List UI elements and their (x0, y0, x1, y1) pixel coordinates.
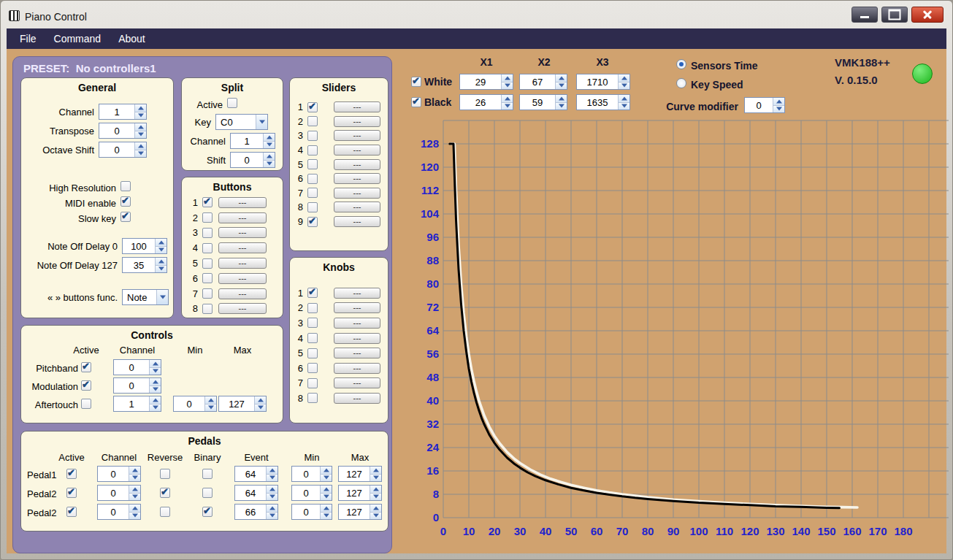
close-button[interactable] (911, 7, 944, 23)
io-enable-checkbox[interactable] (202, 243, 213, 253)
spin-up-icon[interactable] (370, 467, 381, 475)
spinner-value[interactable]: 67 (520, 74, 555, 89)
spin-down-icon[interactable] (321, 513, 332, 520)
spinner-value[interactable]: 0 (98, 486, 129, 500)
spin-up-icon[interactable] (156, 239, 167, 247)
spin-up-icon[interactable] (773, 98, 784, 106)
checkbox[interactable] (120, 181, 131, 191)
io-enable-checkbox[interactable] (202, 197, 213, 207)
assign-button[interactable]: --- (334, 363, 380, 374)
spin-down-icon[interactable] (370, 475, 381, 482)
spin-down-icon[interactable] (267, 475, 278, 482)
spinner-value[interactable]: 26 (460, 95, 501, 110)
spinner-value[interactable]: 59 (520, 95, 555, 110)
spin-up-icon[interactable] (502, 95, 513, 103)
assign-button[interactable]: --- (334, 393, 380, 404)
assign-button[interactable]: --- (334, 202, 380, 212)
spinner-value[interactable]: 127 (339, 505, 370, 519)
assign-button[interactable]: --- (334, 101, 380, 112)
spin-up-icon[interactable] (129, 486, 140, 494)
mode-radio[interactable] (676, 59, 686, 69)
spin-down-icon[interactable] (619, 83, 629, 90)
active-checkbox[interactable] (81, 362, 91, 372)
assign-button[interactable]: --- (334, 318, 380, 329)
spinner-value[interactable]: 1 (114, 396, 149, 411)
menu-file[interactable]: File (12, 29, 44, 48)
spinner-value[interactable]: 1635 (577, 95, 618, 110)
spin-down-icon[interactable] (129, 513, 140, 520)
spin-down-icon[interactable] (502, 103, 513, 110)
chevron-down-icon[interactable] (256, 115, 267, 129)
spin-up-icon[interactable] (267, 486, 278, 494)
spin-up-icon[interactable] (619, 74, 629, 83)
binary-checkbox[interactable] (202, 488, 213, 498)
checkbox[interactable] (120, 196, 131, 207)
spin-down-icon[interactable] (150, 386, 161, 394)
spinner-value[interactable]: 127 (219, 396, 254, 411)
spin-down-icon[interactable] (135, 131, 146, 139)
binary-checkbox[interactable] (202, 469, 213, 479)
spinner-value[interactable]: 0 (114, 378, 149, 393)
assign-button[interactable]: --- (218, 258, 267, 269)
io-enable-checkbox[interactable] (307, 303, 318, 313)
assign-button[interactable]: --- (334, 130, 380, 141)
io-enable-checkbox[interactable] (307, 188, 318, 198)
io-enable-checkbox[interactable] (307, 393, 318, 403)
spinner-value[interactable]: 0 (99, 142, 134, 157)
spinner-value[interactable]: 0 (98, 467, 129, 481)
spinner-value[interactable]: 127 (339, 467, 370, 481)
spin-up-icon[interactable] (135, 123, 146, 131)
spin-up-icon[interactable] (267, 467, 278, 475)
io-enable-checkbox[interactable] (307, 348, 318, 358)
title-bar[interactable]: Piano Control (1, 1, 952, 28)
spin-up-icon[interactable] (150, 396, 161, 404)
spinner-value[interactable]: 64 (235, 486, 266, 500)
io-enable-checkbox[interactable] (202, 288, 213, 299)
checkbox[interactable] (120, 212, 131, 222)
spin-down-icon[interactable] (370, 494, 381, 501)
spin-up-icon[interactable] (321, 467, 332, 475)
io-enable-checkbox[interactable] (307, 217, 318, 227)
spinner-value[interactable]: 35 (123, 258, 155, 272)
assign-button[interactable]: --- (334, 348, 380, 358)
io-enable-checkbox[interactable] (307, 202, 318, 212)
spin-up-icon[interactable] (267, 505, 278, 513)
io-enable-checkbox[interactable] (202, 212, 213, 223)
reverse-checkbox[interactable] (160, 507, 170, 517)
spin-down-icon[interactable] (129, 475, 140, 482)
assign-button[interactable]: --- (218, 273, 267, 284)
assign-button[interactable]: --- (334, 116, 380, 127)
dropdown[interactable]: C0 (215, 114, 268, 130)
io-enable-checkbox[interactable] (307, 116, 318, 126)
spin-down-icon[interactable] (156, 247, 167, 254)
assign-button[interactable]: --- (334, 216, 380, 227)
chevron-down-icon[interactable] (156, 290, 168, 304)
dropdown[interactable]: Note (122, 289, 169, 305)
minimize-button[interactable] (851, 7, 878, 23)
spinner-value[interactable]: 0 (745, 98, 773, 112)
spin-up-icon[interactable] (156, 258, 167, 266)
reverse-checkbox[interactable] (160, 469, 170, 479)
active-checkbox[interactable] (81, 380, 91, 391)
spinner-value[interactable]: 100 (123, 239, 155, 253)
spin-down-icon[interactable] (264, 142, 275, 149)
assign-button[interactable]: --- (334, 145, 380, 156)
spin-up-icon[interactable] (370, 486, 381, 494)
io-enable-checkbox[interactable] (307, 363, 318, 373)
spinner-value[interactable]: 0 (114, 360, 149, 375)
spin-down-icon[interactable] (773, 106, 784, 113)
spin-down-icon[interactable] (135, 150, 146, 158)
spin-up-icon[interactable] (150, 360, 161, 368)
checkbox[interactable] (227, 98, 237, 108)
spinner-value[interactable]: 127 (339, 486, 370, 500)
spin-up-icon[interactable] (150, 378, 161, 386)
reverse-checkbox[interactable] (160, 488, 170, 498)
sensor-row-checkbox[interactable] (411, 77, 421, 87)
spin-down-icon[interactable] (255, 404, 266, 412)
spin-up-icon[interactable] (321, 505, 332, 513)
spinner-value[interactable]: 1 (231, 134, 263, 148)
spin-up-icon[interactable] (205, 396, 216, 404)
spin-up-icon[interactable] (129, 467, 140, 475)
spin-up-icon[interactable] (556, 74, 567, 83)
spin-up-icon[interactable] (255, 396, 266, 404)
